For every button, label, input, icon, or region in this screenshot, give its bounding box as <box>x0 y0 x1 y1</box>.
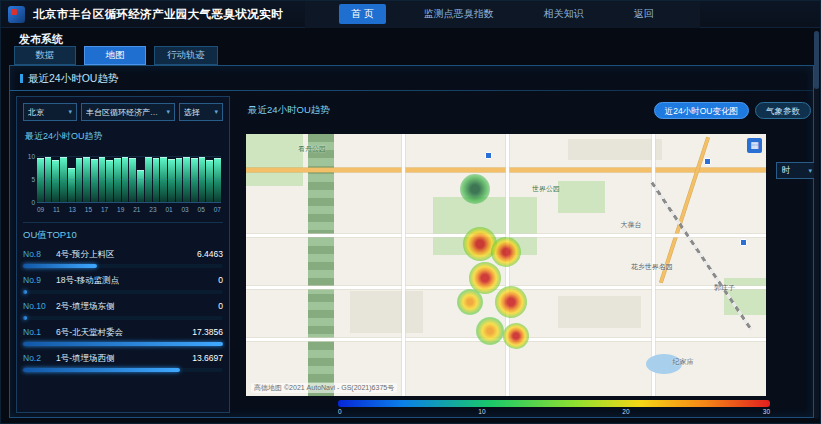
nav-item[interactable]: 返回 <box>622 4 666 24</box>
filter-select[interactable]: 选择▾ <box>179 103 223 121</box>
chart-bar <box>137 170 144 202</box>
publish-system-label: 发布系统 <box>19 32 63 47</box>
nav-item[interactable]: 监测点恶臭指数 <box>412 4 506 24</box>
filter-select[interactable]: 丰台区循环经济产业园▾ <box>81 103 175 121</box>
map-section-title: 最近24小时OU趋势 <box>248 104 330 117</box>
legend-gradient-bar <box>338 400 770 407</box>
main-nav: 首 页监测点恶臭指数相关知识返回 <box>305 1 700 28</box>
value-bar-track <box>23 264 223 268</box>
list-item[interactable]: No.102号-填埋场东侧0 <box>23 301 223 320</box>
list-item[interactable]: No.918号-移动监测点0 <box>23 275 223 294</box>
chart-bar <box>52 160 59 202</box>
rank-label: No.9 <box>23 275 53 285</box>
metro-station-icon <box>485 152 492 159</box>
nav-item[interactable]: 相关知识 <box>532 4 596 24</box>
rank-label: No.8 <box>23 249 53 259</box>
publish-tab[interactable]: 行动轨迹 <box>154 46 218 65</box>
map-label: 花乡世界名园 <box>631 262 673 272</box>
legend-tick-label: 20 <box>622 408 629 415</box>
publish-tabs: 数据地图行动轨迹 <box>14 46 218 65</box>
park-area <box>558 181 605 212</box>
map-label: 看丹公园 <box>298 144 326 154</box>
value-bar-fill <box>23 342 223 346</box>
chart-x-tick-label: 05 <box>198 206 205 213</box>
chart-bar <box>91 159 98 202</box>
app-header: 北京市丰台区循环经济产业园大气恶臭状况实时 首 页监测点恶臭指数相关知识返回 <box>1 1 820 28</box>
select-value: 时 <box>782 165 791 177</box>
scrollbar-thumb[interactable] <box>814 31 819 89</box>
chart-x-tick-label: 21 <box>133 206 140 213</box>
top10-title: OU值TOP10 <box>23 222 223 242</box>
list-item-row: No.84号-预分上料区6.4463 <box>23 249 223 261</box>
filter-selects: 北京▾丰台区循环经济产业园▾选择▾ <box>23 103 223 121</box>
list-item[interactable]: No.84号-预分上料区6.4463 <box>23 249 223 268</box>
list-item-row: No.21号-填埋场西侧13.6697 <box>23 353 223 365</box>
list-item-row: No.102号-填埋场东侧0 <box>23 301 223 313</box>
chart-y-tick-label: 10 <box>23 153 35 160</box>
chart-x-tick-label: 17 <box>101 206 108 213</box>
chart-x-tick-label: 15 <box>85 206 92 213</box>
park-area <box>433 197 537 255</box>
city-block <box>568 139 662 160</box>
city-block <box>350 291 423 333</box>
chart-x-tick-label: 07 <box>214 206 221 213</box>
nav-item[interactable]: 首 页 <box>339 4 386 24</box>
value-bar-fill <box>23 264 97 268</box>
select-value: 丰台区循环经济产业园 <box>86 107 164 118</box>
value-bar-track <box>23 290 223 294</box>
map-button[interactable]: 近24小时OU变化图 <box>654 102 749 119</box>
chart-bar <box>206 160 213 202</box>
ou-value: 13.6697 <box>192 353 223 363</box>
road <box>506 134 509 396</box>
publish-tab[interactable]: 数据 <box>14 46 76 65</box>
heat-blob <box>469 262 501 294</box>
top10-list: No.84号-预分上料区6.4463No.918号-移动监测点0No.102号-… <box>23 249 223 372</box>
app-logo-icon <box>8 6 25 23</box>
chart-x-tick-label: 01 <box>165 206 172 213</box>
map-canvas[interactable]: 看丹公园世界公园大葆台花乡世界名园郭庄子纪家庙 ▦ 高德地图 ©2021 Aut… <box>246 134 766 396</box>
chevron-down-icon: ▾ <box>68 108 72 116</box>
legend-tick-label: 0 <box>338 408 342 415</box>
scrollbar[interactable] <box>814 31 819 419</box>
divider <box>10 90 813 91</box>
chart-bar <box>106 160 113 202</box>
heat-legend: 0102030 <box>338 400 770 416</box>
chart-y-tick-label: 0 <box>23 199 35 206</box>
heat-blob <box>457 289 483 315</box>
chart-bar <box>168 159 175 202</box>
rank-label: No.10 <box>23 301 53 311</box>
chart-gridline <box>37 156 221 157</box>
station-name: 6号-北天堂村委会 <box>56 327 123 339</box>
list-item[interactable]: No.16号-北天堂村委会17.3856 <box>23 327 223 346</box>
map-button[interactable]: 气象参数 <box>755 102 811 119</box>
publish-tab[interactable]: 地图 <box>84 46 146 65</box>
station-name: 1号-填埋场西侧 <box>56 353 115 365</box>
chevron-down-icon: ▾ <box>808 167 812 175</box>
chart-x-tick-label: 13 <box>69 206 76 213</box>
map-label: 世界公园 <box>532 184 560 194</box>
highway-road <box>659 137 709 282</box>
time-unit-select[interactable]: 时 ▾ <box>776 162 818 179</box>
chart-x-axis: 091113151719212301030507 <box>37 206 221 213</box>
ou-value: 6.4463 <box>197 249 223 259</box>
station-name: 2号-填埋场东侧 <box>56 301 115 313</box>
panel-title: 最近24小时OU趋势 <box>20 72 118 86</box>
value-bar-fill <box>23 368 180 372</box>
value-bar-track <box>23 316 223 320</box>
chart-gridline <box>37 179 221 180</box>
tree-strip <box>308 134 334 396</box>
ou-value: 17.3856 <box>192 327 223 337</box>
filter-select[interactable]: 北京▾ <box>23 103 77 121</box>
list-item-row: No.16号-北天堂村委会17.3856 <box>23 327 223 339</box>
map-layer-button[interactable]: ▦ <box>747 138 762 153</box>
left-panel: 北京▾丰台区循环经济产业园▾选择▾ 最近24小时OU趋势 1050 091113… <box>16 96 230 413</box>
map-label: 纪家庙 <box>672 357 693 367</box>
select-value: 选择 <box>184 107 212 118</box>
ou-value: 0 <box>218 301 223 311</box>
chevron-down-icon: ▾ <box>166 108 170 116</box>
park-area <box>246 134 303 186</box>
list-item[interactable]: No.21号-填埋场西侧13.6697 <box>23 353 223 372</box>
map-section: 最近24小时OU趋势 近24小时OU变化图气象参数 <box>238 96 813 416</box>
chart-bar <box>191 158 198 202</box>
road <box>402 134 405 396</box>
